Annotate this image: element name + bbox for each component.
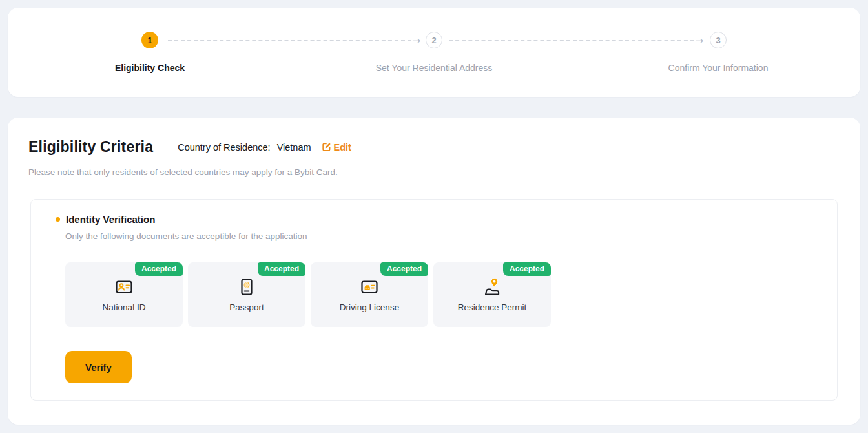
page-title: Eligibility Criteria (28, 138, 153, 156)
doc-card-driving-license[interactable]: Accepted Driving License (311, 262, 428, 327)
step-confirm-information: 3 Confirm Your Information (576, 8, 860, 97)
doc-label: Passport (229, 302, 264, 312)
status-badge: Accepted (380, 262, 428, 276)
step-1-circle: 1 (141, 32, 158, 48)
edit-pencil-icon (322, 142, 331, 152)
passport-icon (236, 276, 257, 298)
bullet-dot-icon (56, 217, 60, 222)
country-of-residence: Country of Residence: Vietnam (178, 142, 311, 153)
identity-title-row: Identity Verification (56, 214, 155, 225)
doc-label: Residence Permit (458, 302, 527, 312)
verify-button[interactable]: Verify (65, 351, 132, 383)
doc-label: Driving License (340, 302, 399, 312)
status-badge: Accepted (258, 262, 305, 276)
identity-verification-title: Identity Verification (66, 214, 155, 225)
step-1-number: 1 (147, 36, 152, 45)
residency-note: Please note that only residents of selec… (28, 167, 338, 177)
step-2-number: 2 (431, 36, 436, 45)
document-list: Accepted National ID Accepted (65, 262, 551, 327)
step-eligibility-check: 1 Eligibility Check (8, 8, 292, 97)
edit-country-button[interactable]: Edit (322, 142, 351, 153)
dashed-line (168, 40, 411, 41)
doc-card-national-id[interactable]: Accepted National ID (65, 262, 183, 327)
step-residential-address: 2 Set Your Residential Address (292, 8, 576, 97)
identity-verification-section: Identity Verification Only the following… (30, 199, 838, 401)
step-connector-1: → (168, 40, 420, 41)
step-2-label: Set Your Residential Address (376, 63, 493, 73)
eligibility-criteria-card: Eligibility Criteria Country of Residenc… (8, 118, 860, 425)
residence-permit-icon (481, 276, 503, 298)
step-3-label: Confirm Your Information (668, 63, 769, 73)
step-1-label: Eligibility Check (115, 63, 185, 73)
dashed-line (449, 40, 694, 41)
country-label: Country of Residence: (178, 142, 270, 153)
driving-license-icon (359, 276, 380, 298)
doc-card-residence-permit[interactable]: Accepted Residence Permit (433, 262, 551, 327)
country-value: Vietnam (277, 142, 311, 153)
step-3-circle: 3 (710, 32, 727, 48)
step-2-circle: 2 (426, 32, 442, 48)
identity-verification-subtitle: Only the following documents are accepti… (65, 231, 307, 241)
status-badge: Accepted (135, 262, 183, 276)
step-3-number: 3 (716, 36, 720, 45)
step-connector-2: → (449, 40, 703, 41)
doc-card-passport[interactable]: Accepted Passport (188, 262, 305, 327)
national-id-icon (114, 276, 134, 298)
stepper-card: 1 Eligibility Check 2 Set Your Residenti… (8, 8, 860, 97)
edit-label: Edit (334, 142, 351, 153)
doc-label: National ID (103, 302, 146, 312)
status-badge: Accepted (503, 262, 551, 276)
eligibility-header: Eligibility Criteria Country of Residenc… (28, 138, 351, 156)
